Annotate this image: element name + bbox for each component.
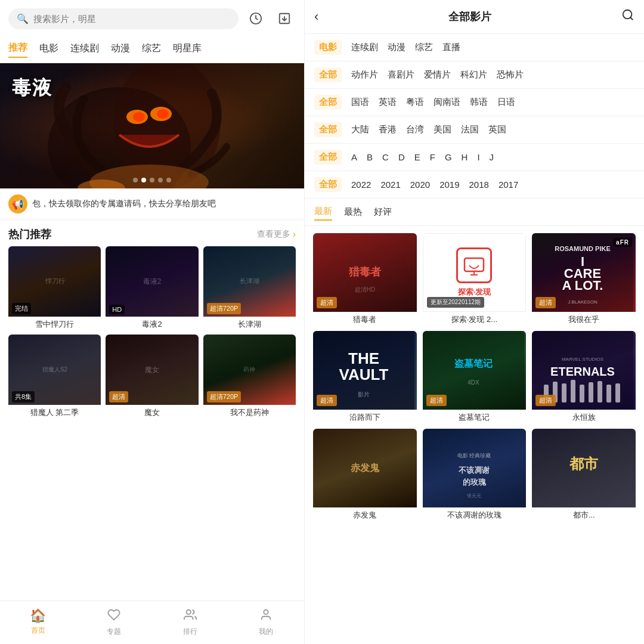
list-card-vault[interactable]: THE VAULT 影片 超清 沿路而下 (313, 331, 417, 423)
filter-option-j[interactable]: J (490, 152, 494, 162)
filter-option-2022[interactable]: 2022 (351, 179, 371, 190)
right-search-button[interactable] (621, 8, 634, 25)
bottom-nav-special[interactable]: 专题 (76, 606, 153, 639)
hero-banner[interactable]: 毒液 (0, 63, 304, 188)
filter-option-2020[interactable]: 2020 (410, 179, 430, 190)
list-card-lieduzhe[interactable]: 猎毒者 超清HD 超清 猎毒者 (313, 233, 417, 325)
filter-option-scifi[interactable]: 科幻片 (460, 69, 487, 80)
sort-newest[interactable]: 最新 (314, 203, 332, 221)
list-badge-6: 超清 (535, 395, 556, 406)
discover-label: 探索·发现 (458, 287, 491, 298)
filter-option-2019[interactable]: 2019 (439, 179, 459, 190)
filter-option-h[interactable]: H (462, 152, 468, 162)
filter-option-horror[interactable]: 恐怖片 (497, 69, 524, 80)
list-card-discover[interactable]: 探索·发现 更新至20220112期 探索·发现 2... (423, 233, 527, 325)
search-icon: 🔍 (17, 13, 29, 24)
list-card-chifagui[interactable]: 赤发鬼 赤发鬼 (313, 429, 417, 521)
filter-label-year[interactable]: 全部 (314, 177, 342, 192)
filter-option-2018[interactable]: 2018 (469, 179, 489, 190)
filter-option-live[interactable]: 直播 (442, 42, 460, 53)
filter-option-france[interactable]: 法国 (461, 124, 479, 135)
movie-card-witcher[interactable]: 猎魔人S2 共8集 猎魔人 第二季 (8, 335, 101, 418)
tab-movie[interactable]: 电影 (39, 40, 58, 57)
list-card-daomubiji[interactable]: 盗墓笔记 4DX 超清 盗墓笔记 (423, 331, 527, 423)
svg-text:赤发鬼: 赤发鬼 (351, 463, 380, 473)
discover-bowl-icon (456, 247, 492, 283)
filter-option-a[interactable]: A (351, 152, 357, 162)
list-card-dushi[interactable]: 都市 都市... (532, 429, 636, 521)
filter-option-korean[interactable]: 韩语 (470, 97, 488, 108)
filter-option-action[interactable]: 动作片 (351, 69, 378, 80)
filter-option-mainland[interactable]: 大陆 (351, 124, 369, 135)
filter-option-2017[interactable]: 2017 (499, 179, 518, 190)
bottom-nav-mine[interactable]: 我的 (228, 606, 305, 639)
bottom-nav-rank[interactable]: 排行 (152, 606, 228, 639)
movie-card-monu[interactable]: 魔女 超清 魔女 (106, 335, 198, 418)
filter-option-hk[interactable]: 香港 (379, 124, 397, 135)
history-button[interactable] (244, 7, 267, 30)
bottom-nav-mine-label: 我的 (259, 627, 273, 637)
filter-label-alpha[interactable]: 全部 (314, 150, 342, 165)
sort-hottest[interactable]: 最热 (344, 204, 362, 220)
filter-option-uk[interactable]: 英国 (488, 124, 506, 135)
filter-option-mandarin[interactable]: 国语 (351, 97, 369, 108)
hero-dot-4[interactable] (158, 178, 163, 182)
list-badge-3: 超清 (535, 297, 556, 308)
bottom-nav-home-label: 首页 (31, 626, 45, 636)
filter-option-english[interactable]: 英语 (379, 97, 397, 108)
sort-toprated[interactable]: 好评 (374, 204, 392, 220)
download-button[interactable] (273, 7, 296, 30)
section-title: 热门推荐 (8, 227, 51, 242)
tab-series[interactable]: 连续剧 (70, 40, 99, 57)
filter-label-region[interactable]: 全部 (314, 122, 342, 137)
list-card-icarealot[interactable]: ROSAMUND PIKE I CARE A LOT. J.BLAKESON a… (532, 233, 636, 325)
list-poster-6: MARVEL STUDIOS ETERNALS 超清 (532, 331, 636, 410)
hero-dot-3[interactable] (150, 178, 154, 182)
filter-option-e[interactable]: E (414, 152, 420, 162)
filter-option-2021[interactable]: 2021 (380, 179, 400, 190)
list-card-eternals[interactable]: MARVEL STUDIOS ETERNALS 超清 永恒族 (532, 331, 636, 423)
tab-variety[interactable]: 综艺 (142, 40, 161, 57)
filter-option-comedy[interactable]: 喜剧片 (388, 69, 414, 80)
filter-option-f[interactable]: F (430, 152, 435, 162)
filter-option-japanese[interactable]: 日语 (497, 97, 515, 108)
back-button[interactable]: ‹ (314, 9, 318, 24)
search-input-wrap[interactable]: 🔍 (8, 8, 239, 29)
filter-option-g[interactable]: G (445, 152, 452, 162)
movie-card-druggod[interactable]: 药神 超清720P 我不是药神 (203, 335, 296, 418)
svg-line-20 (630, 17, 633, 20)
filter-option-romance[interactable]: 爱情片 (424, 69, 451, 80)
svg-rect-51 (615, 383, 620, 402)
search-input[interactable] (33, 14, 230, 24)
hero-dot-1[interactable] (133, 178, 138, 182)
tab-recommend[interactable]: 推荐 (8, 39, 27, 58)
bottom-nav-home[interactable]: 🏠 首页 (0, 606, 76, 639)
filter-option-i[interactable]: I (477, 152, 479, 162)
filter-option-minnan[interactable]: 闽南语 (434, 97, 460, 108)
movie-card-xuezhan[interactable]: 悍刀行 完结 雪中悍刀行 (8, 246, 101, 330)
hero-title: 毒液 (12, 75, 52, 101)
list-name-4: 沿路而下 (313, 410, 417, 423)
filter-option-c[interactable]: C (382, 152, 389, 162)
filter-option-variety[interactable]: 综艺 (415, 42, 433, 53)
filter-option-us[interactable]: 美国 (434, 124, 451, 135)
filter-option-anime[interactable]: 动漫 (388, 42, 405, 53)
promo-bar[interactable]: 📢 包，快去领取你的专属邀请码，快去分享给朋友吧 (0, 188, 304, 220)
tab-anime[interactable]: 动漫 (111, 40, 130, 57)
filter-option-series[interactable]: 连续剧 (351, 42, 378, 53)
filter-option-d[interactable]: D (398, 152, 405, 162)
svg-text:THE: THE (348, 349, 379, 367)
filter-option-tw[interactable]: 台湾 (406, 124, 424, 135)
filter-label-type[interactable]: 电影 (314, 40, 342, 55)
filter-option-cantonese[interactable]: 粤语 (406, 97, 424, 108)
tab-stars[interactable]: 明星库 (173, 40, 202, 57)
filter-label-language[interactable]: 全部 (314, 95, 342, 110)
hero-dot-5[interactable] (166, 178, 171, 182)
see-more-button[interactable]: 查看更多 › (257, 229, 296, 240)
movie-card-changjin[interactable]: 长津湖 超清720P 长津湖 (203, 246, 296, 330)
movie-card-venom2[interactable]: 毒液2 HD 毒液2 (106, 246, 198, 330)
list-card-meigui[interactable]: 电影 经典珍藏 不该凋谢 的玫瑰 张元元 不该凋谢的玫瑰 (423, 429, 527, 521)
hero-dot-2[interactable] (141, 178, 146, 182)
filter-option-b[interactable]: B (367, 152, 373, 162)
filter-label-genre[interactable]: 全部 (314, 67, 342, 82)
